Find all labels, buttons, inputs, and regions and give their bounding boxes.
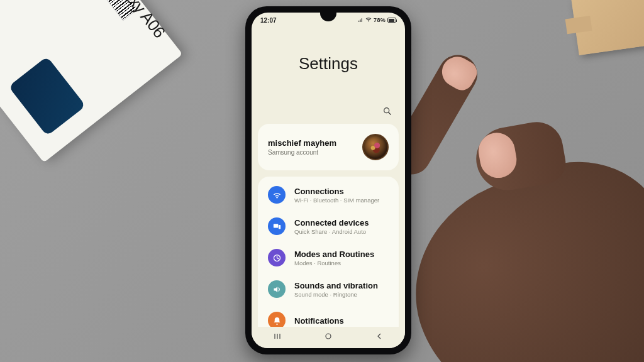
nav-back[interactable]: [374, 331, 384, 344]
sound-icon: [268, 280, 286, 298]
battery-text: 78%: [374, 17, 386, 23]
nav-home[interactable]: [323, 331, 333, 344]
wifi-icon: [268, 186, 286, 204]
wood-block: [571, 0, 644, 55]
navigation-bar: [252, 327, 405, 348]
status-time: 12:07: [260, 17, 277, 24]
item-sounds-vibration[interactable]: Sounds and vibration Sound mode · Ringto…: [258, 273, 399, 305]
item-modes-routines[interactable]: Modes and Routines Modes · Routines: [258, 242, 399, 273]
phone-frame: 12:07 78% Settings: [245, 6, 411, 354]
phone-screen: 12:07 78% Settings: [252, 13, 405, 348]
item-connections[interactable]: Connections Wi-Fi · Bluetooth · SIM mana…: [258, 179, 399, 211]
product-box: SAMSUNG Galaxy A06: [0, 0, 182, 163]
signal-icon: [358, 17, 364, 24]
battery-icon: [387, 18, 396, 23]
item-title: Connected devices: [294, 218, 369, 228]
item-title: Sounds and vibration: [294, 281, 378, 290]
devices-icon: [268, 217, 286, 235]
search-button[interactable]: [381, 105, 394, 118]
title-area: Settings: [252, 25, 405, 105]
avatar[interactable]: [362, 134, 389, 160]
account-subtitle: Samsung account: [268, 149, 336, 156]
svg-point-0: [384, 108, 389, 113]
svg-point-8: [326, 334, 331, 339]
wifi-icon: [365, 16, 372, 24]
item-title: Modes and Routines: [294, 250, 374, 259]
product-thumb: [8, 57, 86, 136]
item-subtitle: Quick Share · Android Auto: [294, 228, 369, 235]
item-title: Connections: [294, 187, 379, 196]
hand: [385, 136, 644, 362]
account-name: mischief mayhem: [268, 138, 336, 148]
status-right: 78%: [358, 16, 396, 24]
thumb-finger: [471, 118, 569, 195]
modes-icon: [268, 249, 286, 266]
svg-rect-3: [279, 225, 280, 229]
svg-rect-2: [273, 224, 278, 228]
page-title: Settings: [264, 54, 392, 74]
item-subtitle: Modes · Routines: [294, 260, 374, 266]
svg-line-1: [389, 112, 391, 114]
search-icon: [382, 106, 392, 116]
account-card[interactable]: mischief mayhem Samsung account: [258, 124, 399, 170]
item-subtitle: Wi-Fi · Bluetooth · SIM manager: [294, 197, 379, 204]
item-connected-devices[interactable]: Connected devices Quick Share · Android …: [258, 211, 399, 242]
nav-recents[interactable]: [272, 331, 282, 344]
settings-list: Connections Wi-Fi · Bluetooth · SIM mana…: [258, 177, 399, 339]
item-subtitle: Sound mode · Ringtone: [294, 291, 378, 298]
item-title: Notifications: [294, 316, 344, 326]
